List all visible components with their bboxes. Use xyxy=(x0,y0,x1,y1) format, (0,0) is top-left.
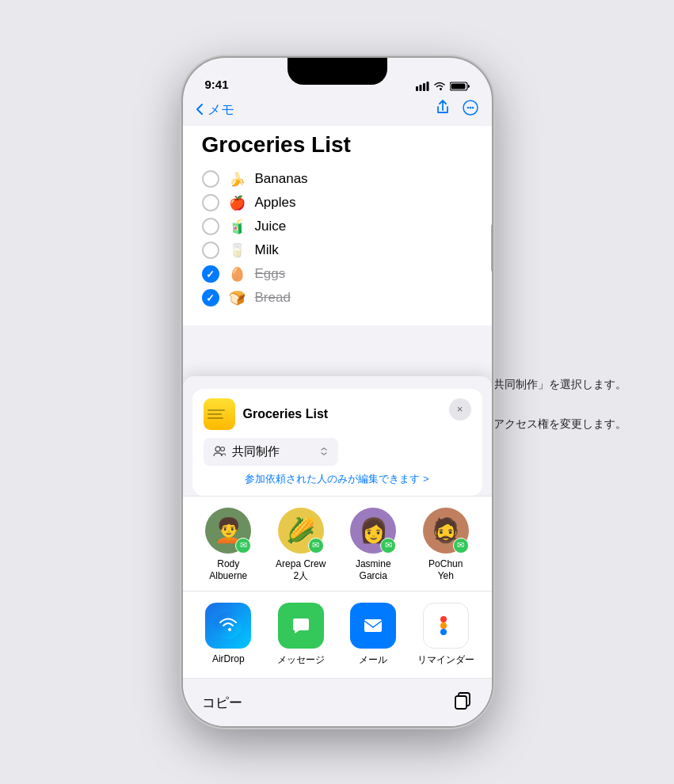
people-icon xyxy=(213,446,226,457)
battery-icon xyxy=(450,82,470,91)
more-icon xyxy=(462,99,479,116)
more-button[interactable] xyxy=(462,99,479,120)
contact-item-rody[interactable]: 🧑‍🦱 ✉ Rody Albuerne xyxy=(200,508,257,583)
nav-actions xyxy=(435,99,479,120)
svg-point-12 xyxy=(469,107,471,109)
airdrop-icon xyxy=(205,603,251,649)
share-sheet: Groceries List × 共同制作 xyxy=(183,376,492,726)
copy-button[interactable]: コピー xyxy=(202,694,242,712)
collab-dropdown-label: 共同制作 xyxy=(232,444,313,459)
share-icon xyxy=(435,99,451,115)
nav-bar: メモ xyxy=(183,96,492,126)
svg-rect-5 xyxy=(419,85,421,91)
item-emoji: 🍎 xyxy=(229,195,246,211)
back-button[interactable]: メモ xyxy=(196,101,234,119)
contact-item-jasmine[interactable]: 👩 ✉ Jasmine Garcia xyxy=(345,508,402,583)
annotation-collab-text: 「共同制作」を選択します。 xyxy=(482,378,626,392)
contact-item-arepa[interactable]: 🌽 ✉ Arepa Crew 2人 xyxy=(272,508,329,583)
message-badge-rody: ✉ xyxy=(235,538,251,554)
note-content: Groceries List 🍌 Bananas 🍎 Apples 🧃 Juic… xyxy=(183,126,492,325)
item-emoji: 🍞 xyxy=(229,290,246,306)
message-badge-jasmine: ✉ xyxy=(380,538,396,554)
note-title: Groceries List xyxy=(202,132,473,158)
back-label: メモ xyxy=(208,101,234,119)
collab-card: Groceries List × 共同制作 xyxy=(192,389,482,496)
checkbox-milk[interactable] xyxy=(202,242,219,259)
svg-rect-21 xyxy=(455,696,466,709)
collab-dropdown[interactable]: 共同制作 xyxy=(204,438,338,466)
checkbox-eggs[interactable] xyxy=(202,265,219,283)
contact-item-pochun[interactable]: 🧔 ✉ PoChun Yeh xyxy=(417,508,474,583)
annotation-access-text: アクセス権を変更します。 xyxy=(493,417,626,432)
status-time: 9:41 xyxy=(205,78,229,91)
side-button xyxy=(491,224,492,272)
notes-app-icon xyxy=(204,398,235,430)
wifi-icon xyxy=(433,82,446,91)
app-label-mail: メール xyxy=(359,653,387,667)
checkbox-bananas[interactable] xyxy=(202,170,219,188)
svg-rect-6 xyxy=(423,83,425,91)
checkbox-juice[interactable] xyxy=(202,218,219,235)
svg-rect-4 xyxy=(416,86,418,91)
svg-point-14 xyxy=(215,447,220,451)
svg-point-13 xyxy=(471,107,474,109)
close-button[interactable]: × xyxy=(449,398,471,421)
message-badge-arepa: ✉ xyxy=(308,538,324,554)
messages-svg xyxy=(287,612,314,639)
bottom-bar: コピー xyxy=(183,678,492,726)
copy-icon[interactable] xyxy=(452,690,473,715)
item-text-milk: Milk xyxy=(255,242,279,258)
svg-rect-9 xyxy=(451,84,465,89)
list-item: 🧃 Juice xyxy=(202,218,473,235)
contacts-row: 🧑‍🦱 ✉ Rody Albuerne 🌽 ✉ Arepa Crew 2人 👩 xyxy=(183,496,492,591)
back-chevron-icon xyxy=(196,103,204,116)
access-text[interactable]: 参加依頼された人のみが編集できます > xyxy=(204,472,471,486)
item-emoji: 🥚 xyxy=(229,266,246,283)
message-badge-pochun: ✉ xyxy=(453,538,469,554)
app-label-messages: メッセージ xyxy=(277,653,325,667)
messages-icon xyxy=(278,603,324,649)
avatar-wrapper-pochun: 🧔 ✉ xyxy=(423,508,469,554)
app-item-airdrop[interactable]: AirDrop xyxy=(200,603,257,667)
notch xyxy=(287,58,387,85)
item-emoji: 🥛 xyxy=(229,242,246,259)
item-emoji: 🍌 xyxy=(229,171,246,188)
reminder-row-1 xyxy=(440,616,451,622)
collab-header: Groceries List × xyxy=(204,398,471,430)
svg-point-11 xyxy=(466,107,469,109)
mail-svg xyxy=(360,612,387,639)
svg-point-15 xyxy=(220,447,224,451)
annotation-collab: 「共同制作」を選択します。 xyxy=(482,378,626,392)
item-emoji: 🧃 xyxy=(229,219,246,235)
signal-icon xyxy=(416,82,429,91)
checkbox-bread[interactable] xyxy=(202,289,219,306)
app-label-reminders: リマインダー xyxy=(417,653,474,667)
app-item-reminders[interactable]: リマインダー xyxy=(417,603,474,667)
avatar-wrapper-rody: 🧑‍🦱 ✉ xyxy=(205,508,251,554)
svg-rect-19 xyxy=(364,619,382,632)
phone-frame: 9:41 xyxy=(183,58,492,726)
item-text-bread: Bread xyxy=(255,290,291,306)
checkbox-apples[interactable] xyxy=(202,194,219,211)
item-text-bananas: Bananas xyxy=(255,171,308,187)
status-icons xyxy=(416,82,470,91)
avatar-wrapper-jasmine: 👩 ✉ xyxy=(350,508,396,554)
collab-card-title: Groceries List xyxy=(243,407,471,421)
list-item: 🍎 Apples xyxy=(202,194,473,211)
app-label-airdrop: AirDrop xyxy=(212,653,245,664)
airdrop-svg xyxy=(215,612,242,639)
list-item: 🥛 Milk xyxy=(202,242,473,259)
reminders-icon xyxy=(423,603,469,649)
app-item-messages[interactable]: メッセージ xyxy=(272,603,329,667)
chevron-updown-icon xyxy=(319,447,329,456)
contact-name-jasmine: Jasmine Garcia xyxy=(356,558,391,583)
item-text-eggs: Eggs xyxy=(255,266,286,282)
reminder-row-3 xyxy=(440,629,451,635)
list-item: 🍌 Bananas xyxy=(202,170,473,188)
contact-name-arepa: Arepa Crew 2人 xyxy=(276,558,326,583)
list-item: 🥚 Eggs xyxy=(202,265,473,283)
item-text-apples: Apples xyxy=(255,195,296,211)
app-item-mail[interactable]: メール xyxy=(345,603,402,667)
contact-name-rody: Rody Albuerne xyxy=(209,558,247,583)
share-button[interactable] xyxy=(435,99,451,120)
